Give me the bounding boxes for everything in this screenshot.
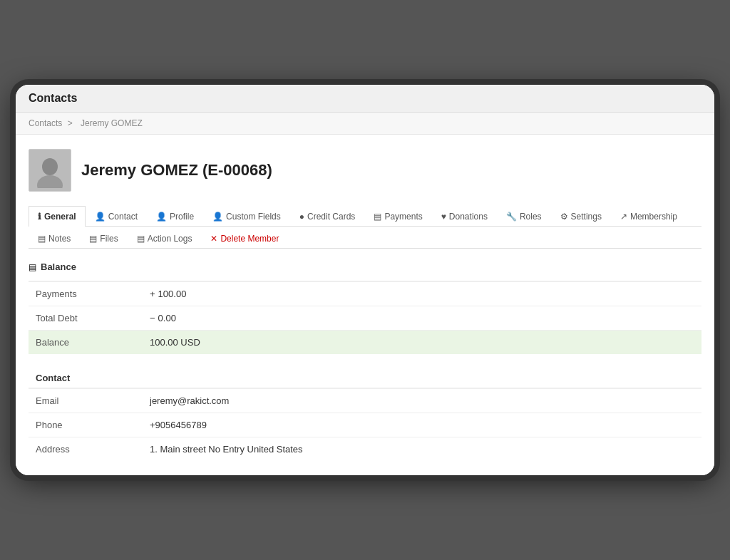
donations-label: Donations	[449, 212, 488, 222]
row-value: 100.00 USD	[143, 331, 701, 355]
donations-icon: ♥	[441, 212, 446, 222]
member-name: Jeremy GOMEZ (E-00068)	[81, 161, 272, 180]
custom_fields-icon: 👤	[212, 212, 223, 222]
table-row: Payments +100.00	[29, 282, 701, 306]
tab-membership[interactable]: ↗Membership	[611, 206, 687, 227]
table-row: Balance 100.00 USD	[29, 331, 701, 355]
app-title-bar: Contacts	[16, 85, 714, 113]
row-value: jeremy@rakict.com	[143, 389, 701, 413]
membership-icon: ↗	[620, 212, 627, 222]
device-frame: Contacts Contacts > Jeremy GOMEZ Jeremy …	[16, 85, 714, 475]
minus-icon: −	[150, 313, 155, 323]
table-row: Address 1. Main street No Entry United S…	[29, 437, 701, 462]
tab-donations[interactable]: ♥Donations	[432, 206, 497, 227]
general-icon: ℹ	[38, 212, 41, 222]
table-row: Phone +9056456789	[29, 413, 701, 437]
breadcrumb-parent[interactable]: Contacts	[29, 118, 62, 128]
contact-label: Contact	[108, 212, 138, 222]
tab-action_logs[interactable]: ▤Action Logs	[128, 228, 202, 249]
delete_member-icon: ✕	[210, 234, 217, 244]
breadcrumb: Contacts > Jeremy GOMEZ	[16, 113, 714, 135]
payments-icon: ▤	[374, 212, 381, 222]
notes-label: Notes	[48, 234, 71, 244]
tab-payments[interactable]: ▤Payments	[364, 206, 431, 227]
payments-label: Payments	[384, 212, 422, 222]
breadcrumb-current: Jeremy GOMEZ	[81, 118, 143, 128]
row-label: Balance	[29, 331, 143, 355]
row-label: Total Debt	[29, 306, 143, 331]
contact-icon: 👤	[95, 212, 106, 222]
delete_member-label: Delete Member	[220, 234, 279, 244]
contact-section-title: Contact	[29, 367, 701, 388]
tab-custom_fields[interactable]: 👤Custom Fields	[203, 206, 290, 227]
row-label: Address	[29, 437, 143, 462]
credit_cards-icon: ●	[299, 212, 304, 222]
row-value: −0.00	[143, 306, 701, 331]
profile-label: Profile	[170, 212, 194, 222]
row-label: Email	[29, 389, 143, 413]
member-header: Jeremy GOMEZ (E-00068)	[29, 149, 701, 192]
tab-delete_member[interactable]: ✕Delete Member	[201, 228, 288, 249]
table-row: Total Debt −0.00	[29, 306, 701, 331]
table-row: Email jeremy@rakict.com	[29, 389, 701, 413]
plus-icon: +	[150, 289, 155, 299]
tabs-row-2: ▤Notes▤Files▤Action Logs✕Delete Member	[29, 227, 701, 249]
tab-files[interactable]: ▤Files	[80, 228, 127, 249]
tabs-row-1: ℹGeneral👤Contact👤Profile👤Custom Fields●C…	[29, 206, 701, 227]
balance-section-header: ▤ Balance	[29, 261, 701, 276]
contact-table: Email jeremy@rakict.com Phone +905645678…	[29, 388, 701, 461]
balance-table: Payments +100.00 Total Debt −0.00 Balanc…	[29, 281, 701, 354]
svg-point-1	[42, 158, 58, 175]
settings-label: Settings	[571, 212, 602, 222]
membership-label: Membership	[630, 212, 677, 222]
tab-contact[interactable]: 👤Contact	[86, 206, 147, 227]
tab-profile[interactable]: 👤Profile	[147, 206, 203, 227]
balance-section: ▤ Balance Payments +100.00 Total Debt −0…	[29, 261, 701, 354]
roles-icon: 🔧	[506, 212, 517, 222]
content-area: Jeremy GOMEZ (E-00068) ℹGeneral👤Contact👤…	[16, 135, 714, 475]
tab-roles[interactable]: 🔧Roles	[497, 206, 551, 227]
contact-section: Contact Email jeremy@rakict.com Phone +9…	[29, 367, 701, 461]
balance-title: Balance	[41, 261, 76, 272]
balance-icon: ▤	[29, 262, 36, 272]
tab-general[interactable]: ℹGeneral	[29, 206, 86, 227]
tab-credit_cards[interactable]: ●Credit Cards	[290, 206, 365, 227]
credit_cards-label: Credit Cards	[307, 212, 355, 222]
breadcrumb-separator: >	[68, 118, 73, 128]
settings-icon: ⚙	[560, 212, 568, 222]
row-label: Payments	[29, 282, 143, 306]
files-label: Files	[100, 234, 118, 244]
row-value: 1. Main street No Entry United States	[143, 437, 701, 462]
files-icon: ▤	[89, 234, 97, 244]
tab-notes[interactable]: ▤Notes	[29, 228, 80, 249]
row-value: +9056456789	[143, 413, 701, 437]
custom_fields-label: Custom Fields	[226, 212, 281, 222]
roles-label: Roles	[520, 212, 542, 222]
profile-icon: 👤	[156, 212, 167, 222]
action_logs-label: Action Logs	[148, 234, 192, 244]
avatar	[29, 149, 71, 192]
row-value: +100.00	[143, 282, 701, 306]
action_logs-icon: ▤	[137, 234, 145, 244]
general-label: General	[44, 212, 76, 222]
app-title: Contacts	[29, 92, 701, 105]
row-label: Phone	[29, 413, 143, 437]
tab-settings[interactable]: ⚙Settings	[551, 206, 611, 227]
notes-icon: ▤	[38, 234, 46, 244]
